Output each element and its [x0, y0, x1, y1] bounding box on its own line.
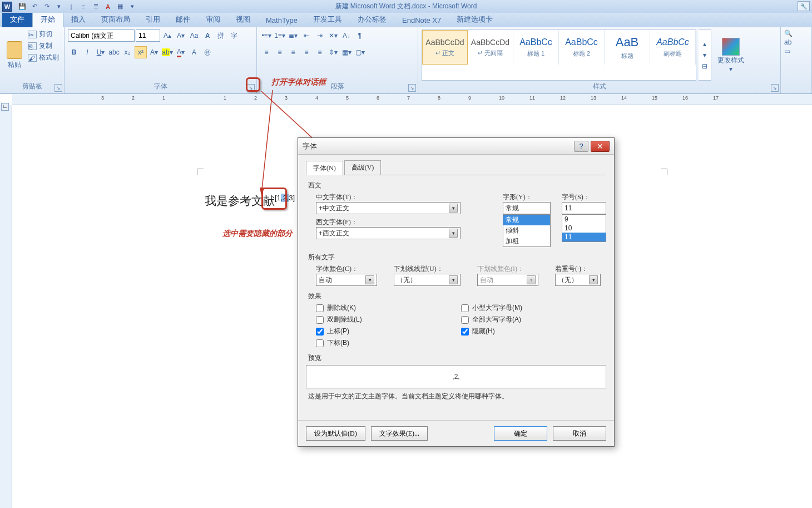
text-effects-icon[interactable]: A▾ [148, 46, 160, 58]
font-color-icon[interactable]: A [102, 2, 113, 12]
btn-cancel[interactable]: 取消 [553, 426, 606, 441]
size-listbox[interactable]: 9 10 11 [562, 214, 606, 242]
bullets-icon[interactable]: •≡▾ [260, 29, 273, 42]
multilevel-icon[interactable]: ≣▾ [287, 29, 299, 42]
cn-font-combo[interactable]: +中文正文▾ [316, 202, 461, 214]
style-nospace[interactable]: AaBbCcDd↵ 无间隔 [468, 30, 513, 65]
font-color-combo[interactable]: 自动▾ [316, 274, 377, 286]
font-name-combo[interactable]: Calibri (西文正 [68, 29, 135, 42]
style-subtitle[interactable]: AaBbCc副标题 [650, 30, 696, 65]
dialog-title-bar[interactable]: 字体 ? ✕ [298, 138, 614, 155]
tab-officetab[interactable]: 办公标签 [350, 12, 394, 27]
vertical-ruler[interactable] [0, 105, 12, 508]
tab-mathtype[interactable]: MathType [258, 13, 305, 27]
paste-button[interactable]: 粘贴 [3, 29, 26, 81]
select-button[interactable]: ▭ [784, 47, 808, 55]
style-normal[interactable]: AaBbCcDd↵ 正文 [422, 30, 468, 65]
align-right-icon[interactable]: ≡ [287, 46, 299, 58]
chk-dstrike[interactable]: 双删除线(L) [316, 315, 461, 324]
tab-home[interactable]: 开始 [32, 11, 63, 27]
tab-endnote[interactable]: EndNote X7 [394, 13, 449, 27]
tab-dev[interactable]: 开发工具 [305, 12, 350, 27]
align-center-icon[interactable]: ≣ [90, 2, 101, 12]
styles-launcher-icon[interactable]: ↘ [771, 84, 779, 92]
align-left-icon[interactable]: ≡ [260, 46, 273, 58]
chk-super[interactable]: 上标(P) [316, 327, 461, 336]
dialog-tab-advanced[interactable]: 高级(V) [344, 160, 382, 175]
btn-ok[interactable]: 确定 [494, 426, 547, 441]
show-marks-icon[interactable]: ¶ [354, 29, 366, 42]
char-shading-icon[interactable]: A [188, 46, 200, 58]
chk-allcaps[interactable]: 全部大写字母(A) [461, 315, 606, 324]
indent-inc-icon[interactable]: ⇥ [314, 29, 326, 42]
chk-hidden[interactable]: 隐藏(H) [461, 327, 606, 336]
wrench-icon[interactable]: 🔧 [798, 1, 810, 11]
cut-button[interactable]: ✂剪切 [28, 29, 59, 39]
copy-button[interactable]: ⎘复制 [28, 41, 59, 51]
underline-combo[interactable]: （无）▾ [394, 274, 461, 286]
btn-text-effects[interactable]: 文字效果(E)... [371, 426, 428, 441]
style-input[interactable]: 常规 [503, 202, 551, 214]
superscript-icon[interactable]: x² [135, 46, 147, 58]
find-button[interactable]: 🔍 [784, 29, 808, 37]
align-center-icon[interactable]: ≡ [274, 46, 286, 58]
redo-icon[interactable]: ↷ [41, 2, 52, 12]
gallery-more-icon[interactable]: ⊟ [699, 61, 711, 72]
border-char-icon[interactable]: 字 [228, 29, 240, 42]
undo-icon[interactable]: ↶ [29, 2, 40, 12]
tab-review[interactable]: 审阅 [198, 12, 228, 27]
enclose-char-icon[interactable]: ㊕ [201, 46, 214, 58]
gallery-up-icon[interactable]: ▴ [699, 38, 711, 50]
tab-new[interactable]: 新建选项卡 [449, 12, 501, 27]
indent-dec-icon[interactable]: ⇤ [300, 29, 313, 42]
shrink-font-icon[interactable]: A▾ [175, 29, 187, 42]
style-title[interactable]: AaB标题 [605, 30, 650, 65]
chk-strike[interactable]: 删除线(K) [316, 303, 461, 313]
replace-button[interactable]: ab [784, 38, 808, 46]
close-button[interactable]: ✕ [591, 141, 610, 152]
bold-icon[interactable]: B [68, 46, 80, 58]
asian-layout-icon[interactable]: ✕▾ [327, 29, 339, 42]
table-icon[interactable]: ▦ [115, 2, 126, 12]
style-h2[interactable]: AaBbCc标题 2 [559, 30, 605, 65]
change-case-icon[interactable]: Aa [188, 29, 200, 42]
tab-view[interactable]: 视图 [228, 12, 258, 27]
tab-refs[interactable]: 引用 [138, 12, 168, 27]
distributed-icon[interactable]: ≡ [314, 46, 326, 58]
tab-insert[interactable]: 插入 [63, 12, 93, 27]
format-painter-button[interactable]: 🖌格式刷 [28, 53, 59, 62]
align-left-icon[interactable]: ≡ [78, 2, 89, 12]
line-spacing-icon[interactable]: ⇕▾ [327, 46, 339, 58]
qat-more-icon[interactable]: ▾ [53, 2, 65, 12]
justify-icon[interactable]: ≡ [300, 46, 313, 58]
subscript-icon[interactable]: x₂ [121, 46, 133, 58]
dialog-tab-font[interactable]: 字体(N) [306, 161, 343, 175]
change-styles-button[interactable]: 更改样式 ▾ [714, 29, 748, 81]
chk-sub[interactable]: 下标(B) [316, 338, 461, 348]
chk-smallcaps[interactable]: 小型大写字母(M) [461, 303, 606, 313]
horizontal-ruler[interactable]: 3211234567891011121314151617 [12, 94, 812, 105]
tab-layout[interactable]: 页面布局 [93, 12, 138, 27]
shading-icon[interactable]: ▦▾ [340, 46, 353, 58]
font-color-icon[interactable]: A▾ [175, 46, 187, 58]
clear-format-icon[interactable]: A̷ [201, 29, 214, 42]
emphasis-combo[interactable]: （无）▾ [555, 274, 601, 286]
save-icon[interactable]: 💾 [17, 2, 28, 12]
underline-icon[interactable]: U▾ [95, 46, 107, 58]
style-listbox[interactable]: 常规 倾斜 加粗 [503, 214, 551, 247]
gallery-down-icon[interactable]: ▾ [699, 50, 711, 61]
paragraph-launcher-icon[interactable]: ↘ [408, 84, 416, 92]
grow-font-icon[interactable]: A▴ [161, 29, 174, 42]
tab-file[interactable]: 文件 [2, 12, 32, 27]
font-size-combo[interactable]: 11 [136, 29, 160, 42]
qat-customize-icon[interactable]: ▾ [127, 2, 138, 12]
phonetic-icon[interactable]: 拼 [215, 29, 227, 42]
italic-icon[interactable]: I [81, 46, 93, 58]
sort-icon[interactable]: A↓ [340, 29, 353, 42]
styles-gallery[interactable]: AaBbCcDd↵ 正文 AaBbCcDd↵ 无间隔 AaBbCc标题 1 Aa… [422, 29, 696, 81]
style-h1[interactable]: AaBbCc标题 1 [513, 30, 559, 65]
borders-icon[interactable]: ▢▾ [354, 46, 366, 58]
tab-selector-icon[interactable]: ∟ [1, 103, 9, 111]
clipboard-launcher-icon[interactable]: ↘ [55, 84, 62, 92]
size-input[interactable]: 11 [562, 202, 606, 214]
